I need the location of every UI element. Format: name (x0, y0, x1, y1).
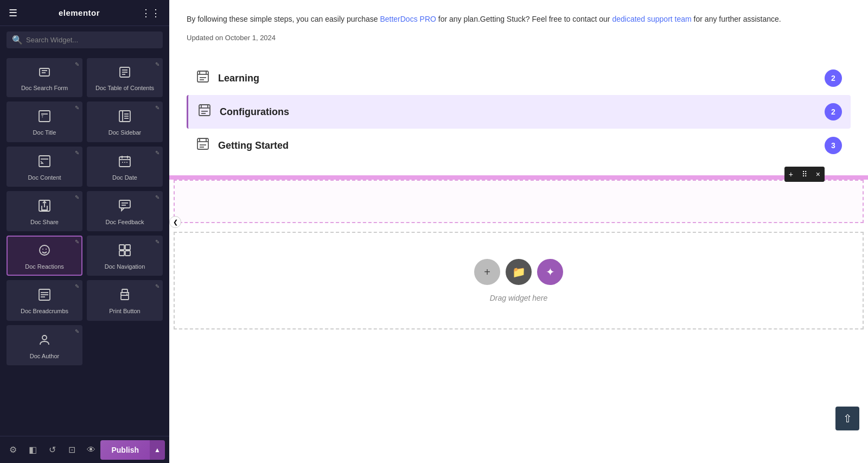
category-list: Learning 2 Configurations 2 (169, 61, 868, 162)
betterdocs-link[interactable]: BetterDocs PRO (380, 15, 436, 23)
edit-icon: ✎ (155, 239, 159, 245)
toolbar-close-button[interactable]: × (812, 167, 825, 182)
hamburger-icon[interactable]: ☰ (9, 7, 17, 19)
svg-point-30 (42, 249, 43, 250)
pink-dashed-row (174, 180, 864, 223)
widget-label: Doc Feedback (106, 218, 144, 226)
support-link[interactable]: dedicated support team (612, 15, 691, 23)
widget-icon-doc-reactions (37, 243, 52, 259)
widget-label: Doc Breadcrumbs (21, 307, 68, 315)
edit-icon: ✎ (75, 150, 79, 156)
publish-group: Publish ▲ (100, 440, 165, 460)
publish-caret-button[interactable]: ▲ (150, 440, 165, 460)
widget-card-doc-table-of-contents[interactable]: ✎ Doc Table of Contents (87, 58, 163, 97)
grid-icon[interactable]: ⋮⋮ (141, 7, 161, 19)
toolbar-add-button[interactable]: + (784, 167, 797, 182)
widget-label: Doc Content (28, 174, 61, 181)
settings-icon-btn[interactable]: ⚙ (4, 441, 22, 459)
category-item-learning[interactable]: Learning 2 (187, 61, 851, 95)
svg-point-22 (124, 162, 125, 163)
top-bar: ☰ elementor ⋮⋮ (0, 0, 169, 26)
drag-ai-button[interactable]: ✦ (537, 259, 563, 285)
brand-logo: elementor (59, 8, 100, 17)
widget-card-doc-author[interactable]: ✎ Doc Author (7, 325, 82, 365)
canvas-area: ❮ By following these simple steps, you c… (169, 0, 868, 463)
doc-updated: Updated on October 1, 2024 (187, 34, 851, 42)
eye-icon-btn[interactable]: 👁 (82, 441, 100, 459)
svg-point-23 (126, 162, 127, 163)
category-item-getting-started[interactable]: Getting Started 3 (187, 129, 851, 162)
widget-card-doc-date[interactable]: ✎ Doc Date (87, 147, 163, 187)
drag-add-button[interactable]: + (474, 259, 500, 285)
edit-icon: ✎ (75, 194, 79, 200)
svg-rect-32 (119, 245, 124, 250)
drag-action-buttons: + 📁 ✦ (474, 259, 563, 285)
svg-rect-0 (40, 68, 49, 76)
svg-point-21 (122, 162, 123, 163)
widget-label: Print Button (109, 307, 140, 315)
widget-card-doc-title[interactable]: ✎ T Doc Title (7, 102, 82, 142)
svg-point-31 (46, 249, 47, 250)
scroll-to-top-button[interactable]: ⇧ (835, 407, 859, 430)
bottom-icons: ⚙ ◧ ↺ ⊡ 👁 (4, 441, 100, 459)
widget-icon-search (38, 66, 51, 81)
widget-card-doc-breadcrumbs[interactable]: ✎ Doc Breadcrumbs (7, 280, 82, 320)
svg-rect-40 (121, 295, 129, 300)
drag-folder-button[interactable]: 📁 (506, 259, 532, 285)
widget-card-doc-sidebar[interactable]: ✎ Doc Sidebar (87, 102, 163, 142)
pink-row-section: + ⠿ × (169, 175, 868, 223)
collapse-panel-arrow[interactable]: ❮ (169, 216, 181, 228)
widget-icon-doc-sidebar (118, 109, 132, 125)
top-widgets-row: ✎ Doc Search Form ✎ Doc Table o (0, 54, 169, 97)
widget-label: Doc Search Form (21, 84, 68, 92)
responsive-icon-btn[interactable]: ⊡ (63, 441, 80, 459)
widget-icon-doc-author (37, 333, 52, 349)
widget-label: Doc Date (112, 174, 137, 181)
svg-rect-44 (197, 71, 208, 82)
drag-label: Drag widget here (490, 294, 548, 302)
widget-icon-doc-share (37, 199, 52, 215)
edit-icon: ✎ (155, 150, 159, 156)
widget-card-doc-content[interactable]: ✎ Doc Content (7, 147, 82, 187)
pink-highlight-bar (169, 175, 868, 180)
edit-icon: ✎ (155, 194, 159, 200)
widget-card-doc-share[interactable]: ✎ Doc Share (7, 191, 82, 231)
widget-label: Doc Share (30, 218, 59, 226)
main-content: ❮ By following these simple steps, you c… (169, 0, 868, 463)
history-icon-btn[interactable]: ↺ (43, 441, 61, 459)
widget-icon-doc-navigation (118, 243, 132, 259)
widget-card-doc-search-form[interactable]: ✎ Doc Search Form (7, 58, 82, 97)
widget-label: Doc Reactions (25, 263, 64, 270)
category-label-configurations: Configurations (220, 106, 817, 118)
widget-icon-doc-title: T (37, 109, 52, 125)
search-bar: 🔍 (0, 26, 169, 54)
widget-card-doc-navigation[interactable]: ✎ Doc Navigation (87, 236, 163, 276)
widgets-grid: ✎ T Doc Title ✎ (0, 97, 169, 436)
category-badge-getting-started: 3 (825, 137, 842, 154)
edit-icon: ✎ (75, 239, 79, 245)
search-input-wrap[interactable]: 🔍 (7, 31, 163, 48)
toolbar-move-button[interactable]: ⠿ (797, 167, 812, 182)
svg-rect-7 (39, 111, 50, 122)
category-badge-configurations: 2 (825, 103, 842, 120)
doc-text-section: By following these simple steps, you can… (169, 0, 868, 61)
widget-label: Doc Navigation (105, 263, 145, 270)
layers-icon-btn[interactable]: ◧ (24, 441, 41, 459)
widget-icon-toc (118, 66, 131, 81)
svg-rect-52 (197, 138, 208, 149)
widget-card-doc-feedback[interactable]: ✎ Doc Feedback (87, 191, 163, 231)
edit-icon: ✎ (75, 283, 79, 289)
widget-label: Doc Title (33, 129, 56, 136)
search-input[interactable] (26, 36, 157, 44)
widget-card-doc-reactions[interactable]: ✎ Doc Reactions (7, 236, 82, 276)
widget-card-print-button[interactable]: ✎ Print Button (87, 280, 163, 320)
widget-icon-doc-feedback (118, 199, 132, 215)
svg-text:T: T (41, 115, 44, 118)
publish-button[interactable]: Publish (100, 440, 150, 460)
category-badge-learning: 2 (825, 69, 842, 87)
svg-point-29 (40, 245, 49, 255)
widget-label: Doc Sidebar (108, 129, 142, 136)
widget-icon-print-button (118, 288, 132, 304)
widget-icon-doc-breadcrumbs (37, 288, 52, 304)
category-item-configurations[interactable]: Configurations 2 (187, 95, 851, 129)
